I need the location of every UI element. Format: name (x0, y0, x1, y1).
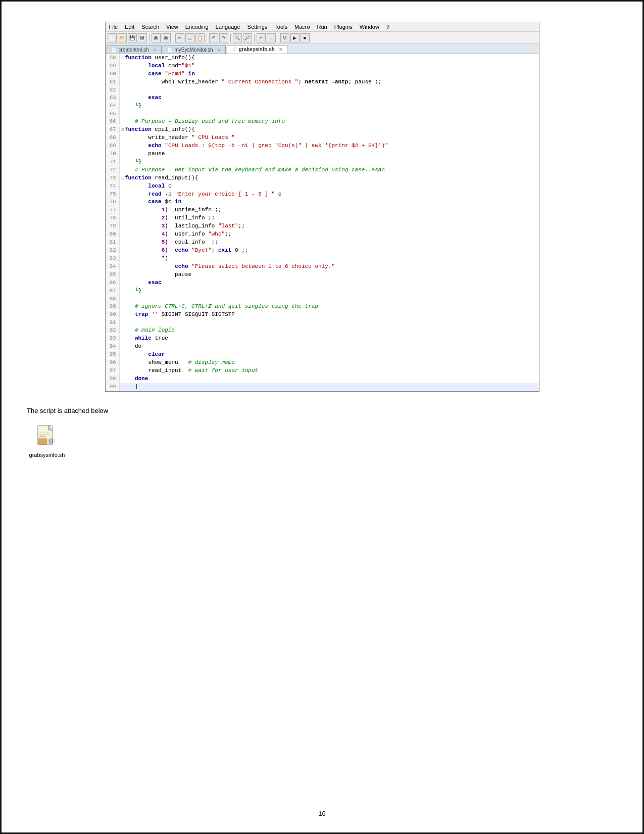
toolbar-print2[interactable]: 🖶 (162, 33, 171, 42)
toolbar-new[interactable]: 📄 (108, 33, 117, 42)
code-line: 85 pause (106, 271, 539, 279)
line-number: 64 (106, 102, 120, 110)
toolbar-copy[interactable]: ◡ (185, 33, 194, 42)
line-content[interactable]: ⊟function user_info(){ (120, 54, 197, 62)
menu-language[interactable]: Language (214, 23, 242, 30)
menu-search[interactable]: Search (140, 23, 161, 30)
toolbar-replace[interactable]: 🔎 (243, 33, 252, 42)
line-content[interactable]: echo "Please select between 1 to 6 choic… (120, 263, 337, 271)
line-content[interactable]: # main logic (120, 327, 177, 335)
toolbar-zoom-in[interactable]: + (257, 33, 266, 42)
menu-plugins[interactable]: Plugins (333, 23, 354, 30)
toolbar-sep5 (254, 34, 255, 42)
tab-close-mysysmonitor[interactable]: ✕ (217, 48, 221, 53)
line-content[interactable]: do (120, 343, 144, 351)
line-number: 65 (106, 110, 120, 118)
toolbar-undo[interactable]: ↶ (209, 33, 218, 42)
line-content[interactable]: # ignore CTRL+C, CTRL+Z and quit singles… (120, 303, 320, 311)
svg-text:⚙: ⚙ (48, 438, 54, 445)
line-content[interactable]: pause (120, 150, 167, 158)
toolbar-macro[interactable]: M (280, 33, 289, 42)
line-content[interactable]: pause (120, 271, 194, 279)
line-content[interactable]: └} (120, 102, 144, 110)
line-content[interactable]: └} (120, 287, 144, 295)
toolbar-stop[interactable]: ■ (301, 33, 310, 42)
line-content[interactable]: local cmd="$1" (120, 62, 197, 70)
tab-label-grabsysinfo: grabsysinfo.sh (239, 47, 275, 52)
tab-createhtml[interactable]: 📄 createhtml.sh ✕ (107, 45, 162, 54)
code-line: 94 do (106, 343, 539, 351)
menubar[interactable]: File Edit Search View Encoding Language … (106, 22, 539, 32)
toolbar-cut[interactable]: ✂ (175, 33, 184, 42)
toolbar-open[interactable]: 📂 (118, 33, 127, 42)
toolbar-run[interactable]: ▶ (290, 33, 300, 42)
menu-help[interactable]: ? (385, 23, 391, 30)
line-number: 68 (106, 134, 120, 142)
line-content[interactable]: local c (120, 182, 174, 191)
line-content[interactable]: esac (120, 279, 164, 287)
line-content[interactable]: read -p "Enter your choice [ 1 - 6 ] " c (120, 191, 284, 199)
line-content[interactable]: while true (120, 335, 170, 343)
line-content[interactable]: 5) cpul_info ;; (120, 239, 220, 247)
line-content[interactable]: show_menu # display memu (120, 359, 237, 367)
line-content[interactable]: ⊟function cpul_info(){ (120, 126, 197, 134)
line-content[interactable]: # Purpose - Get input via the keyboard a… (120, 166, 387, 174)
line-content[interactable]: 3) lastlog_info "last";; (120, 222, 247, 230)
menu-macro[interactable]: Macro (293, 23, 312, 30)
code-area[interactable]: 58⊟function user_info(){59 local cmd="$1… (106, 54, 539, 391)
menu-file[interactable]: File (108, 23, 120, 30)
line-number: 61 (106, 78, 120, 86)
code-line: 77 1) uptime_info ;; (106, 206, 539, 214)
tab-label-mysysmonitor: mySysMonitor.sh (175, 47, 213, 53)
tabs-bar[interactable]: 📄 createhtml.sh ✕ 📄 mySysMonitor.sh ✕ 📄 … (106, 44, 539, 54)
line-content[interactable]: case "$cmd" in (120, 70, 197, 78)
line-number: 62 (106, 86, 120, 94)
line-content[interactable]: 6) echo "Bye!"; exit 0 ;; (120, 247, 251, 255)
menu-window[interactable]: Window (358, 23, 381, 30)
line-number: 84 (106, 263, 120, 270)
toolbar-save-all[interactable]: 🖫 (138, 33, 147, 42)
line-content[interactable]: # Purpose - Display used and free memory… (120, 118, 287, 126)
line-content[interactable]: trap '' SIGINT SIGQUIT SIGTSTP (120, 311, 237, 319)
line-number: 83 (106, 255, 120, 262)
tab-label-createhtml: createhtml.sh (119, 47, 149, 53)
line-content[interactable]: 4) user_info "who";; (120, 230, 234, 239)
line-content[interactable]: who) write_header " Current Connections … (120, 78, 384, 86)
line-content[interactable]: *) (120, 255, 170, 263)
line-content[interactable]: 1) uptime_info ;; (120, 206, 224, 214)
tab-close-grabsysinfo[interactable]: ✕ (279, 47, 283, 52)
line-number: 80 (106, 230, 120, 238)
line-content[interactable]: └} (120, 158, 144, 166)
line-content[interactable]: ⊟function read_input(){ (120, 174, 201, 182)
line-content[interactable]: echo "CPU Loads : $(top -b -n1 | grep "C… (120, 142, 390, 150)
toolbar-sep4 (230, 34, 231, 42)
toolbar-paste[interactable]: 📋 (195, 33, 205, 42)
below-text: The script is attached below (27, 407, 617, 414)
menu-settings[interactable]: Settings (246, 23, 269, 30)
file-attachment[interactable]: ⚙ grabsysinfo.sh (27, 425, 67, 458)
tab-close-createhtml[interactable]: ✕ (153, 48, 157, 53)
menu-tools[interactable]: Tools (273, 23, 289, 30)
code-line: 75 read -p "Enter your choice [ 1 - 6 ] … (106, 191, 539, 199)
toolbar-print[interactable]: 🖶 (152, 33, 161, 42)
line-number: 66 (106, 118, 120, 125)
line-content[interactable]: 2) util_info ;; (120, 214, 217, 222)
line-content[interactable]: case $c in (120, 198, 184, 206)
toolbar-redo[interactable]: ↷ (219, 33, 228, 42)
toolbar-zoom-out[interactable]: - (267, 33, 276, 42)
toolbar-save[interactable]: 💾 (128, 33, 137, 42)
tab-mysysmonitor[interactable]: 📄 mySysMonitor.sh ✕ (163, 45, 226, 54)
line-content[interactable]: esac (120, 94, 164, 102)
menu-edit[interactable]: Edit (123, 23, 136, 30)
line-content[interactable]: write_header " CPU Loads " (120, 134, 237, 142)
line-content[interactable]: | (120, 383, 140, 391)
line-content[interactable]: read_input # wait for user input (120, 367, 261, 375)
line-number: 74 (106, 182, 120, 190)
menu-encoding[interactable]: Encoding (184, 23, 210, 30)
menu-run[interactable]: Run (316, 23, 329, 30)
toolbar-find[interactable]: 🔍 (233, 33, 242, 42)
line-content[interactable]: done (120, 375, 151, 383)
menu-view[interactable]: View (165, 23, 180, 30)
tab-grabsysinfo[interactable]: 📄 grabsysinfo.sh ✕ (227, 45, 287, 54)
line-content[interactable]: clear (120, 351, 167, 359)
